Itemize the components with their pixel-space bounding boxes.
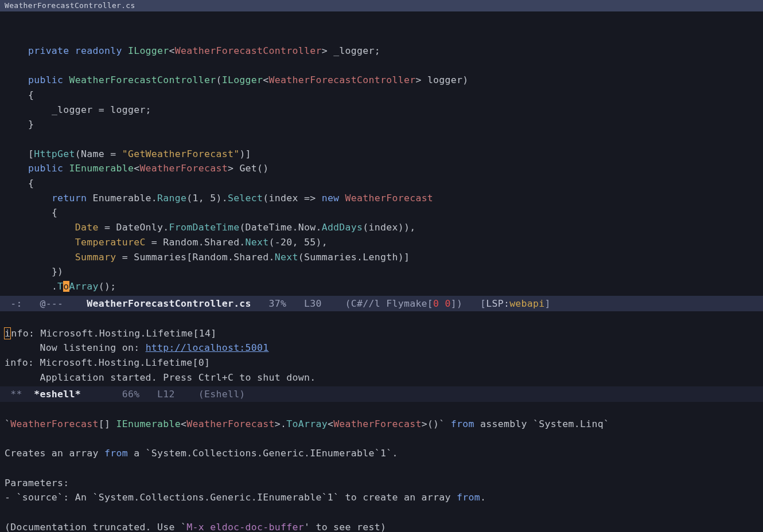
- code-line: public IEnumerable<WeatherForecast> Get(…: [5, 163, 269, 174]
- eshell-line: Now listening on: http://localhost:5001: [5, 342, 269, 353]
- code-line: .ToArray();: [5, 281, 116, 292]
- code-line: Date = DateOnly.FromDateTime(DateTime.No…: [5, 222, 415, 233]
- doc-signature: `WeatherForecast[] IEnumerable<WeatherFo…: [5, 418, 609, 429]
- text-cursor: o: [63, 281, 69, 292]
- mode-line-primary: -: @--- WeatherForecastController.cs 37%…: [0, 296, 763, 311]
- code-line: {: [5, 89, 34, 100]
- doc-truncated: (Documentation truncated. Use `M-x eldoc…: [5, 522, 386, 532]
- eldoc-buffer: `WeatherForecast[] IEnumerable<WeatherFo…: [0, 402, 763, 532]
- code-line: private readonly ILogger<WeatherForecast…: [5, 45, 380, 56]
- inactive-cursor: i: [4, 327, 11, 339]
- code-line: {: [5, 207, 57, 218]
- doc-param-line: - `source`: An `System.Collections.Gener…: [5, 492, 486, 503]
- code-line: }): [5, 266, 63, 277]
- title-bar: WeatherForecastController.cs: [0, 0, 763, 11]
- doc-description: Creates an array from a `System.Collecti…: [5, 448, 398, 459]
- code-line: {: [5, 178, 34, 189]
- code-editor[interactable]: private readonly ILogger<WeatherForecast…: [0, 15, 763, 296]
- code-line: Summary = Summaries[Random.Shared.Next(S…: [5, 252, 410, 263]
- code-line: public WeatherForecastController(ILogger…: [5, 75, 469, 85]
- code-line: TemperatureC = Random.Shared.Next(-20, 5…: [5, 237, 328, 248]
- doc-params-label: Parameters:: [5, 478, 69, 488]
- eshell-line: info: Microsoft.Hosting.Lifetime[14]: [5, 328, 216, 339]
- eshell-line: info: Microsoft.Hosting.Lifetime[0]: [5, 357, 210, 368]
- code-line: return Enumerable.Range(1, 5).Select(ind…: [5, 193, 433, 204]
- eshell-line: Application started. Press Ctrl+C to shu…: [5, 372, 316, 383]
- eshell-buffer[interactable]: info: Microsoft.Hosting.Lifetime[14] Now…: [0, 311, 763, 386]
- mode-line-secondary: ** *eshell* 66% L12 (Eshell): [0, 386, 763, 402]
- code-line: [HttpGet(Name = "GetWeatherForecast")]: [5, 148, 251, 159]
- title-text: WeatherForecastController.cs: [5, 1, 135, 10]
- code-line: _logger = logger;: [5, 104, 151, 115]
- url-link[interactable]: http://localhost:5001: [146, 342, 269, 353]
- code-line: }: [5, 119, 34, 130]
